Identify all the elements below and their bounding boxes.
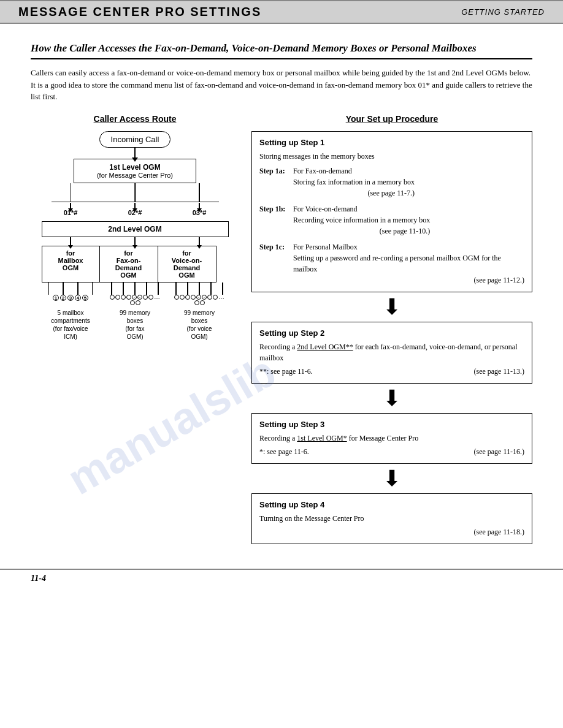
- two-col-layout: Caller Access Route Incoming Call 1st Le…: [31, 114, 532, 544]
- step-1b: Step 1b: For Voice-on-demandRecording vo…: [259, 203, 524, 237]
- step-4-ref: (see page 11-18.): [259, 526, 524, 537]
- step-2-title: Setting up Step 2: [259, 328, 524, 338]
- step-2-refs: **: see page 11-6. (see page 11-13.): [259, 366, 524, 377]
- step-2-ref-2: (see page 11-13.): [473, 366, 524, 377]
- incoming-call-box: Incoming Call: [99, 131, 171, 148]
- circles-row: 1 2 3 4 5 ·: [42, 295, 229, 305]
- sub-box-voice: for Voice-on- Demand OGM: [158, 246, 216, 282]
- step-1a-text: For Fax-on-demandStoring fax information…: [293, 165, 415, 199]
- step-3-ref-text: 1st Level OGM*: [297, 434, 347, 442]
- intro-text: Callers can easily access a fax-on-deman…: [31, 67, 532, 103]
- step-4-box: Setting up Step 4 Turning on the Message…: [251, 493, 532, 544]
- page-number: 11-4: [31, 574, 46, 583]
- page-header: MESSAGE CENTER PRO SETTINGS GETTING STAR…: [0, 0, 563, 24]
- first-level-ogm-box: 1st Level OGM (for Message Center Pro): [74, 159, 196, 183]
- branch-lines: [42, 183, 229, 202]
- arrows-voice: [170, 282, 229, 295]
- fax-circles: · · …: [106, 295, 164, 305]
- step-2-content: Recording a 2nd Level OGM** for each fax…: [259, 341, 524, 377]
- step-3-box: Setting up Step 3 Recording a 1st Level …: [251, 413, 532, 464]
- step-1-title: Setting up Step 1: [259, 138, 524, 147]
- step-1b-label: Step 1b:: [259, 203, 293, 237]
- circle-labels: 5 mailboxcompartments(for fax/voiceICM) …: [42, 309, 229, 341]
- step-3-ref-2: (see page 11-16.): [473, 446, 524, 457]
- arrows-mailbox: [42, 282, 100, 295]
- step-3-title: Setting up Step 3: [259, 420, 524, 429]
- step-1c-label: Step 1c:: [259, 241, 293, 286]
- branch-label-1: 01*#: [42, 203, 100, 218]
- big-arrow-2: ⬇: [251, 387, 532, 409]
- step-4-title: Setting up Step 4: [259, 500, 524, 509]
- big-arrow-3: ⬇: [251, 468, 532, 490]
- sub-box-mailbox: for Mailbox OGM: [42, 246, 100, 282]
- header-title: MESSAGE CENTER PRO SETTINGS: [18, 5, 261, 19]
- sub-arrow-2: [106, 237, 164, 246]
- second-level-ogm-box: 2nd Level OGM: [42, 221, 229, 237]
- step-1a-label: Step 1a:: [259, 165, 293, 199]
- section-heading: How the Caller Accesses the Fax-on-Deman…: [31, 42, 532, 59]
- step-3-ref-1: *: see page 11-6.: [259, 446, 309, 457]
- arrows-fax: [106, 282, 164, 295]
- step-1-content: Storing messages in the memory boxes Ste…: [259, 151, 524, 286]
- step-1c: Step 1c: For Personal MailboxSetting up …: [259, 241, 524, 286]
- step-3-refs: *: see page 11-6. (see page 11-16.): [259, 446, 524, 457]
- arrow-1: [134, 148, 136, 159]
- sub-arrow-3: [170, 237, 229, 246]
- step-1a: Step 1a: For Fax-on-demandStoring fax in…: [259, 165, 524, 199]
- branch-label-3: 03*#: [170, 203, 229, 218]
- right-col-title: Your Set up Procedure: [251, 114, 532, 124]
- sub-arrow-1: [42, 237, 100, 246]
- step-2-box: Setting up Step 2 Recording a 2nd Level …: [251, 322, 532, 384]
- sub-box-fax: for Fax-on- Demand OGM: [100, 246, 158, 282]
- left-column: Caller Access Route Incoming Call 1st Le…: [31, 114, 239, 341]
- voice-circles: · · …: [170, 295, 229, 305]
- step-1b-text: For Voice-on-demandRecording voice infor…: [293, 203, 430, 237]
- big-arrow-1: ⬇: [251, 296, 532, 318]
- sub-box-arrows: [42, 237, 229, 246]
- header-subtitle: GETTING STARTED: [461, 7, 545, 17]
- voice-label: 99 memoryboxes(for voiceOGM): [170, 309, 229, 341]
- fax-label: 99 memoryboxes(for faxOGM): [106, 309, 164, 341]
- step-3-content: Recording a 1st Level OGM* for Message C…: [259, 433, 524, 457]
- flowchart: Incoming Call 1st Level OGM (for Message…: [31, 131, 239, 341]
- step-2-ref-1: **: see page 11-6.: [259, 366, 313, 377]
- step-1-box: Setting up Step 1 Storing messages in th…: [251, 131, 532, 292]
- step-4-content: Turning on the Message Center Pro (see p…: [259, 513, 524, 537]
- left-col-title: Caller Access Route: [31, 114, 239, 124]
- right-column: Your Set up Procedure Setting up Step 1 …: [251, 114, 532, 544]
- mailbox-label: 5 mailboxcompartments(for fax/voiceICM): [42, 309, 100, 341]
- branch-labels: 01*# 02*#: [42, 203, 229, 218]
- sub-boxes: for Mailbox OGM for Fax-on- Demand OGM f…: [42, 246, 229, 282]
- page-content: How the Caller Accesses the Fax-on-Deman…: [0, 24, 563, 556]
- multi-arrows: [42, 282, 229, 295]
- step-2-ref-text: 2nd Level OGM**: [297, 343, 353, 351]
- step-1c-text: For Personal MailboxSetting up a passwor…: [293, 241, 524, 286]
- mailbox-circles: 1 2 3 4 5: [42, 295, 100, 305]
- page-footer: 11-4: [0, 569, 563, 587]
- branch-label-2: 02*#: [106, 203, 164, 218]
